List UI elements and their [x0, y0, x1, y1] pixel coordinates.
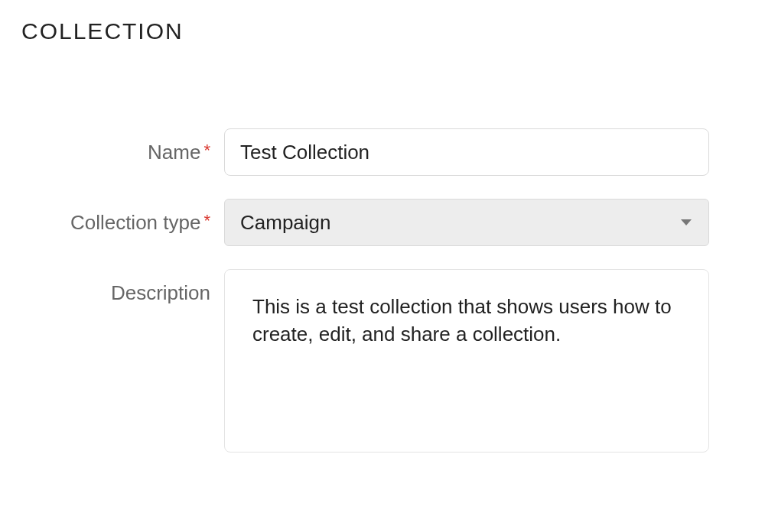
- required-marker: *: [203, 211, 210, 230]
- required-marker: *: [203, 141, 210, 160]
- collection-type-select[interactable]: Campaign: [224, 199, 709, 246]
- name-input[interactable]: [224, 128, 709, 176]
- description-label: Description: [21, 269, 224, 305]
- chevron-down-icon: [681, 219, 692, 225]
- description-textarea[interactable]: This is a test collection that shows use…: [224, 269, 709, 453]
- name-label: Name*: [21, 128, 224, 164]
- collection-form: Name* Collection type* Campaign Descript…: [21, 128, 744, 456]
- form-row-description: Description This is a test collection th…: [21, 269, 744, 456]
- section-title: COLLECTION: [21, 18, 744, 44]
- collection-type-label: Collection type*: [21, 199, 224, 235]
- collection-type-selected-value: Campaign: [240, 211, 331, 235]
- collection-type-label-text: Collection type: [70, 211, 201, 234]
- name-label-text: Name: [148, 141, 200, 164]
- form-row-name: Name*: [21, 128, 744, 176]
- form-row-collection-type: Collection type* Campaign: [21, 199, 744, 246]
